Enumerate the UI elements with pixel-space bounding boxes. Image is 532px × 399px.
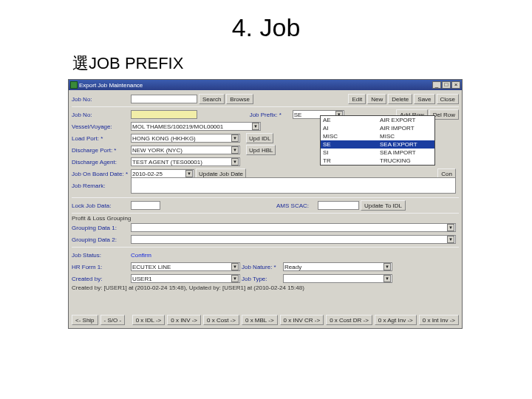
load-port-label: Load Port: * <box>72 135 129 142</box>
app-window: Export Job Maintenance _ □ × Job No: Sea… <box>68 79 463 329</box>
job-no-field[interactable] <box>131 110 197 119</box>
job-no-label-2: Job No: <box>72 112 129 118</box>
so-button[interactable]: - S/O - <box>100 315 126 325</box>
titlebar: Export Job Maintenance _ □ × <box>69 80 462 90</box>
job-prefix-label: Job Prefix: * <box>250 112 291 118</box>
job-nature-combo[interactable]: Ready▼ <box>283 262 392 271</box>
job-remark-label: Job Remark: <box>72 183 129 189</box>
search-button[interactable]: Search <box>199 94 225 104</box>
upd-idl-button[interactable]: Upd IDL <box>246 133 273 143</box>
app-icon <box>70 81 78 89</box>
created-by-label: Created by: <box>72 276 129 282</box>
hr-form-label: HR Form 1: <box>72 264 129 270</box>
costdr-button[interactable]: 0 x Cost DR -> <box>326 315 372 325</box>
agtinv-button[interactable]: 0 x Agt Inv -> <box>375 315 417 325</box>
bottom-toolbar: <- Ship - S/O - 0 x IDL -> 0 x INV -> 0 … <box>69 315 462 325</box>
browse-button[interactable]: Browse <box>226 94 253 104</box>
upd-hbl-button[interactable]: Upd HBL <box>246 145 276 155</box>
job-status-label: Job Status: <box>72 252 129 259</box>
edit-button[interactable]: Edit <box>348 94 366 104</box>
dropdown-item-tr[interactable]: TRTRUCKING <box>321 157 434 165</box>
job-type-label: Job Type: <box>242 276 282 282</box>
discharge-agent-combo[interactable]: TEST AGENT (TES00001)▼ <box>131 157 240 166</box>
dropdown-item-ai[interactable]: AIAIR IMPORT <box>321 124 434 132</box>
delete-button[interactable]: Delete <box>388 94 412 104</box>
job-prefix-dropdown[interactable]: AEAIR EXPORT AIAIR IMPORT MISCMISC SESEA… <box>320 115 435 166</box>
close-button[interactable]: Close <box>437 94 459 104</box>
grouping2-combo[interactable]: ▼ <box>131 235 456 244</box>
dropdown-item-ae[interactable]: AEAIR EXPORT <box>321 116 434 124</box>
job-remark-textarea[interactable] <box>131 177 456 194</box>
vessel-combo[interactable]: MOL THAMES/100219/MOL00001▼ <box>131 122 261 131</box>
ams-scac-field[interactable] <box>318 201 359 210</box>
onboard-date-label: Job On Board Date: * <box>72 171 129 177</box>
intinv-button[interactable]: 0 x Int Inv -> <box>419 315 459 325</box>
update-to-idl-button[interactable]: Update To IDL <box>361 200 406 211</box>
job-no-label: Job No: <box>72 96 129 103</box>
cost-button[interactable]: 0 x Cost -> <box>203 315 239 325</box>
idl-button[interactable]: 0 x IDL -> <box>132 315 166 325</box>
created-by-combo[interactable]: USER1▼ <box>131 274 240 283</box>
grouping1-combo[interactable]: ▼ <box>131 223 456 232</box>
inv-button[interactable]: 0 x INV -> <box>167 315 201 325</box>
window-title: Export Job Maintenance <box>79 82 143 89</box>
dropdown-item-si[interactable]: SISEA IMPORT <box>321 149 434 157</box>
dropdown-item-se[interactable]: SESEA EXPORT <box>321 140 434 149</box>
discharge-port-label: Discharge Port: * <box>72 147 129 154</box>
slide-subtitle: 選JOB PREFIX <box>0 52 532 75</box>
grouping1-label: Grouping Data 1: <box>72 225 129 231</box>
audit-line: Created by: [USER1] at (2010-02-24 15:48… <box>69 284 462 291</box>
vessel-label: Vessel/Voyage: <box>72 123 129 130</box>
load-port-combo[interactable]: HONG KONG (HKHKG)▼ <box>131 134 240 143</box>
lock-job-field[interactable] <box>131 201 160 210</box>
ams-scac-label: AMS SCAC: <box>276 202 316 209</box>
job-type-combo[interactable]: ▼ <box>283 274 392 283</box>
maximize-button[interactable]: □ <box>442 81 451 89</box>
lock-job-label: Lock Job Data: <box>72 202 129 209</box>
slide-title: 4. Job <box>0 0 532 52</box>
job-no-input[interactable] <box>131 95 197 103</box>
job-nature-label: Job Nature: * <box>242 264 282 270</box>
ship-button[interactable]: <- Ship <box>72 315 98 325</box>
job-status-value: Confirm <box>131 252 151 259</box>
close-window-button[interactable]: × <box>451 81 460 89</box>
save-button[interactable]: Save <box>414 94 434 104</box>
grouping2-label: Grouping Data 2: <box>72 236 129 243</box>
discharge-agent-label: Discharge Agent: <box>72 159 129 166</box>
discharge-port-combo[interactable]: NEW YORK (NYC)▼ <box>131 146 240 154</box>
minimize-button[interactable]: _ <box>432 81 441 89</box>
dropdown-item-misc[interactable]: MISCMISC <box>321 132 434 140</box>
pl-grouping-title: Profit & Loss Grouping <box>69 215 462 222</box>
job-prefix-value: SE <box>294 112 302 118</box>
new-button[interactable]: New <box>367 94 386 104</box>
carrier-combo[interactable]: ECUTEX LINE▼ <box>131 262 240 271</box>
mbl-button[interactable]: 0 x MBL -> <box>242 315 278 325</box>
invcr-button[interactable]: 0 x INV CR -> <box>280 315 324 325</box>
